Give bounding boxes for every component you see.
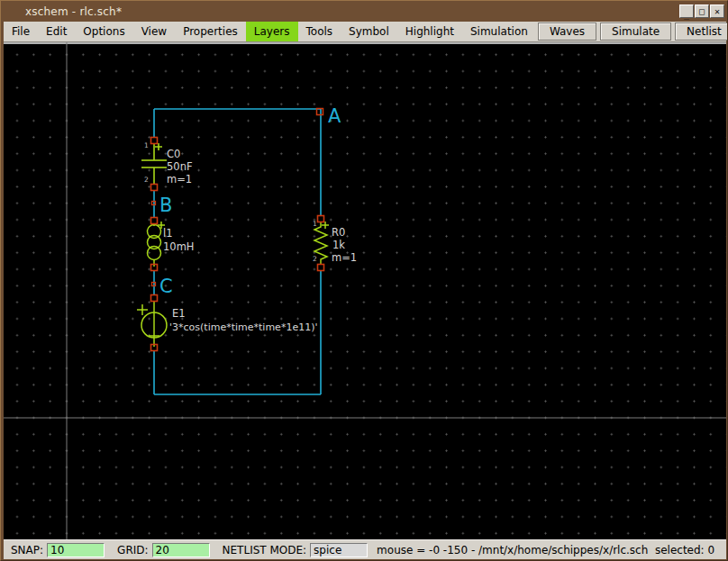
capacitor-ref-label[interactable]: C0 <box>167 148 180 160</box>
node-label-a[interactable]: A <box>328 105 341 127</box>
source-plus-mark <box>137 304 148 315</box>
capacitor-pin1-marker[interactable] <box>151 138 158 144</box>
resistor-value-label[interactable]: 1k <box>332 239 345 251</box>
status-bar: SNAP: 10 GRID: 20 NETLIST MODE: spice mo… <box>4 539 726 559</box>
grid-label: GRID: <box>117 544 148 556</box>
menu-tools[interactable]: Tools <box>298 22 341 41</box>
window-title: xschem - rlc.sch* <box>25 5 122 18</box>
menu-highlight[interactable]: Highlight <box>397 22 462 41</box>
netlist-button[interactable]: Netlist <box>675 23 728 41</box>
grid-input[interactable]: 20 <box>152 543 210 557</box>
menu-layers[interactable]: Layers <box>246 22 298 41</box>
capacitor-symbol[interactable]: 1 2 C0 50nF m=1 <box>141 138 193 191</box>
menu-simulation[interactable]: Simulation <box>462 22 536 41</box>
snap-label: SNAP: <box>11 544 43 556</box>
source-ref-label[interactable]: E1 <box>172 307 186 320</box>
netlist-mode-label: NETLIST MODE: <box>223 544 307 556</box>
mouse-coordinates-status: mouse = -0 -150 - /mnt/x/home/schippes/x… <box>377 544 714 556</box>
inductor-value-label[interactable]: 10mH <box>163 240 194 253</box>
snap-input[interactable]: 10 <box>47 543 105 557</box>
resistor-ref-label[interactable]: R0 <box>332 226 345 239</box>
source-pin1-marker[interactable] <box>151 295 158 302</box>
close-button[interactable]: ✕ <box>710 5 724 18</box>
resistor-mult-label[interactable]: m=1 <box>332 251 357 264</box>
schematic-canvas[interactable]: 1 2 C0 50nF m=1 l1 10mH <box>4 42 726 539</box>
resistor-pin1-number: 1 <box>313 220 317 228</box>
xschem-window: xschem - rlc.sch* _ □ ✕ File Edit Option… <box>0 0 728 561</box>
capacitor-pin2-number: 2 <box>144 176 149 184</box>
inductor-ref-label[interactable]: l1 <box>163 227 173 240</box>
voltage-source-symbol[interactable]: E1 '3*cos(time*time*time*1e11)' <box>137 295 317 351</box>
capacitor-mult-label[interactable]: m=1 <box>167 173 192 185</box>
schematic-svg: 1 2 C0 50nF m=1 l1 10mH <box>4 42 726 539</box>
resistor-pin2-number: 2 <box>313 255 317 263</box>
menu-options[interactable]: Options <box>75 22 132 41</box>
resistor-symbol[interactable]: 1 2 R0 1k m=1 <box>313 216 357 271</box>
capacitor-value-label[interactable]: 50nF <box>167 160 193 173</box>
menu-file[interactable]: File <box>4 22 38 41</box>
node-label-c[interactable]: C <box>159 276 173 297</box>
node-label-b[interactable]: B <box>159 195 172 216</box>
resistor-pin2-marker[interactable] <box>318 265 324 271</box>
minimize-button[interactable]: _ <box>679 5 694 18</box>
resistor-pin1-marker[interactable] <box>318 216 324 222</box>
title-bar[interactable]: xschem - rlc.sch* _ □ ✕ <box>4 1 726 22</box>
inductor-symbol[interactable]: l1 10mH <box>148 218 195 271</box>
source-value-label[interactable]: '3*cos(time*time*time*1e11)' <box>169 321 317 333</box>
menu-bar: File Edit Options View Properties Layers… <box>4 22 726 42</box>
menu-symbol[interactable]: Symbol <box>341 22 397 41</box>
capacitor-pin2-marker[interactable] <box>151 185 158 191</box>
waves-button[interactable]: Waves <box>538 23 596 41</box>
capacitor-pin1-number: 1 <box>144 141 149 149</box>
menu-properties[interactable]: Properties <box>175 22 246 41</box>
maximize-button[interactable]: □ <box>695 5 709 18</box>
menu-view[interactable]: View <box>133 22 175 41</box>
menu-edit[interactable]: Edit <box>38 22 75 41</box>
netlist-mode-input[interactable]: spice <box>310 543 368 557</box>
simulate-button[interactable]: Simulate <box>600 23 671 41</box>
inductor-pin1-marker[interactable] <box>151 218 158 224</box>
